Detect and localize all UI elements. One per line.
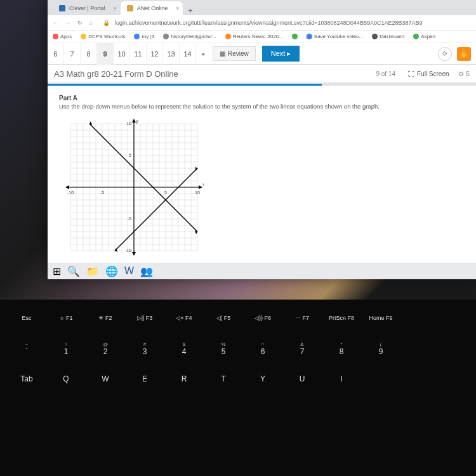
key: &7 (288, 338, 316, 359)
forward-icon[interactable]: → (65, 20, 71, 26)
svg-text:y: y (136, 118, 138, 124)
tool-pointer-icon[interactable]: ⟳ (438, 47, 452, 61)
assessment-title-bar: A3 Math gr8 20-21 Form D Online 9 of 14 … (48, 65, 476, 84)
browser-window: Clever | Portal × ANet Online × + ← → ↻ … (48, 0, 476, 279)
key: R (170, 368, 198, 390)
page-icon (225, 34, 231, 39)
url-field[interactable]: login.achievementnetwork.org/tutti/learn… (115, 20, 471, 26)
search-icon[interactable]: 🔍 (67, 265, 80, 277)
bookmarks-bar: Apps DCPS Shortcuts my (3 historythebigp… (48, 30, 476, 43)
coordinate-graph: -10-5510-10-5510xy (64, 117, 204, 257)
question-nav: 6 7 8 9 10 11 12 13 14 (48, 43, 196, 65)
key: Y (249, 368, 277, 390)
tab-bar: Clever | Portal × ANet Online × + (48, 0, 476, 15)
key: E (131, 368, 159, 390)
address-bar-row: ← → ↻ ⌂ 🔒 login.achievementnetwork.org/t… (48, 15, 476, 30)
svg-line-61 (115, 168, 197, 251)
svg-text:5: 5 (129, 153, 131, 157)
page-icon (163, 34, 169, 39)
word-icon[interactable]: W (124, 265, 134, 277)
tool-hand-icon[interactable]: ✋ (457, 47, 471, 61)
question-13[interactable]: 13 (163, 43, 180, 65)
question-14[interactable]: 14 (180, 43, 196, 65)
key: Home F9 (367, 307, 395, 329)
fullscreen-button[interactable]: ⛶Full Screen (408, 70, 449, 77)
key: U (288, 368, 316, 390)
key: *8 (327, 338, 355, 359)
instruction-text: Use the drop-down menus below to represe… (59, 103, 465, 110)
question-8[interactable]: 8 (81, 43, 97, 65)
key: ◁¦ F5 (209, 307, 237, 329)
key: ☀ F2 (91, 307, 119, 329)
key: I (327, 368, 355, 390)
reload-icon[interactable]: ↻ (77, 20, 83, 26)
teams-icon[interactable]: 👥 (140, 265, 153, 277)
svg-text:10: 10 (195, 190, 200, 195)
close-icon[interactable]: × (114, 5, 117, 11)
next-button[interactable]: Next ▸ (262, 46, 300, 62)
home-icon[interactable]: ⌂ (89, 20, 93, 26)
back-icon[interactable]: ← (53, 20, 58, 26)
windows-taskbar: ⊞ 🔍 📁 🌐 W 👥 (48, 263, 476, 279)
page-icon: ▷ (307, 34, 312, 39)
key: ~` (13, 338, 41, 359)
google-icon (134, 34, 140, 39)
key: !1 (52, 338, 80, 359)
svg-text:-10: -10 (125, 248, 131, 253)
question-content: Part A Use the drop-down menus below to … (48, 86, 476, 285)
assessment-toolbar: 6 7 8 9 10 11 12 13 14 ◂ ▦Review Next ▸ … (48, 43, 476, 65)
key: ◁)) F6 (249, 307, 277, 329)
svg-marker-47 (132, 252, 136, 256)
key: @2 (91, 338, 119, 359)
fullscreen-icon: ⛶ (408, 70, 414, 77)
svg-text:-10: -10 (67, 190, 74, 195)
bookmark-dashboard[interactable]: Dashboard (372, 34, 404, 39)
settings-button[interactable]: ⚙ S (458, 70, 470, 77)
key: Esc (13, 307, 41, 329)
svg-text:-5: -5 (128, 216, 131, 221)
bookmark-5[interactable] (292, 34, 298, 39)
review-button[interactable]: ▦Review (213, 46, 256, 61)
tab-favicon (59, 5, 65, 11)
key: ⋯ F7 (288, 307, 316, 329)
apps-icon (53, 34, 58, 39)
question-12[interactable]: 12 (147, 43, 163, 65)
key: ◁× F4 (170, 307, 198, 329)
key: ▷|| F3 (131, 307, 159, 329)
tab-anet[interactable]: ANet Online × (121, 1, 183, 15)
svg-text:-5: -5 (100, 190, 104, 195)
page-icon (292, 34, 298, 39)
bookmark-apps[interactable]: Apps (53, 34, 72, 39)
key: Tab (13, 368, 41, 390)
question-10[interactable]: 10 (114, 43, 130, 65)
new-tab-button[interactable]: + (183, 6, 197, 15)
lock-icon: 🔒 (103, 20, 110, 26)
explorer-icon[interactable]: 📁 (86, 265, 99, 277)
key: #3 (131, 338, 159, 359)
chrome-icon[interactable]: 🌐 (105, 265, 118, 277)
tab-favicon (127, 5, 133, 11)
key: $4 (170, 338, 198, 359)
tab-clever[interactable]: Clever | Portal × (53, 1, 121, 15)
question-7[interactable]: 7 (64, 43, 81, 65)
close-icon[interactable]: × (176, 5, 179, 11)
key: %5 (209, 338, 237, 359)
bookmark-my[interactable]: my (3 (134, 34, 154, 39)
bookmark-youtube[interactable]: ▷Save Youtube video... (307, 34, 363, 39)
question-9[interactable]: 9 (97, 43, 114, 65)
part-label: Part A (59, 95, 465, 102)
grid-icon: ▦ (220, 50, 225, 57)
scroll-right-icon[interactable]: ◂ (196, 50, 209, 57)
question-6[interactable]: 6 (48, 43, 64, 65)
key: (9 (367, 338, 395, 359)
tab-label: Clever | Portal (69, 5, 105, 11)
bookmark-dcps[interactable]: DCPS Shortcuts (81, 34, 125, 39)
key: ☼ F1 (52, 307, 80, 329)
nav-buttons: ← → ↻ ⌂ (53, 20, 98, 26)
bookmark-history[interactable]: historythebigpictur... (163, 34, 216, 39)
question-11[interactable]: 11 (130, 43, 147, 65)
bookmark-reuters[interactable]: Reuters News: 2020... (225, 34, 283, 39)
tab-label: ANet Online (137, 5, 168, 11)
bookmark-aspen[interactable]: Aspen (413, 34, 435, 39)
start-icon[interactable]: ⊞ (53, 265, 61, 277)
